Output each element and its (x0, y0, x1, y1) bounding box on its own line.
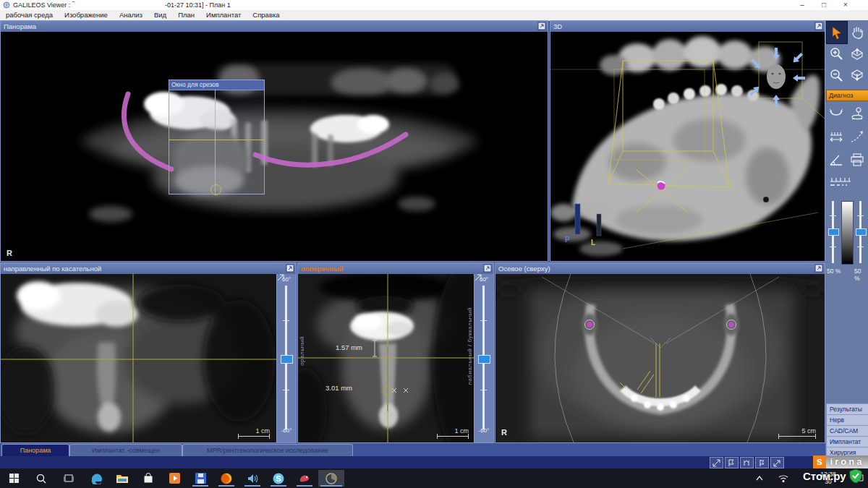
tangential-view[interactable]: 1 cm 60° -60° (1, 274, 296, 442)
menu-plan[interactable]: План (172, 10, 200, 20)
clip-box-down-tool[interactable] (847, 64, 867, 86)
status-bar (0, 456, 868, 468)
menu-implant[interactable]: Имплантат (200, 10, 247, 20)
restore-button[interactable]: □ (814, 0, 833, 10)
tray-chevron-icon[interactable] (752, 470, 767, 487)
red-app-icon[interactable] (294, 470, 315, 487)
pan-hand-tool[interactable] (847, 21, 867, 43)
media-app-icon[interactable] (163, 470, 185, 487)
contrast-slider-handle[interactable] (856, 228, 867, 236)
angle-reset-icon[interactable] (277, 274, 285, 281)
3d-view[interactable]: P L (550, 32, 825, 261)
status-tool-icon[interactable] (770, 457, 784, 468)
menu-help[interactable]: Справка (247, 10, 285, 20)
angle-slider-handle[interactable] (478, 355, 490, 364)
slice-window-title[interactable]: Окно для срезов (169, 80, 264, 90)
skype-icon[interactable]: S (268, 470, 289, 487)
start-button[interactable] (3, 470, 25, 487)
window-title: GALILEOS Viewer : ‾ (13, 0, 75, 10)
tab-implant-aligned[interactable]: Имплантат -совмещен (69, 444, 182, 456)
clip-box-up-tool[interactable] (847, 43, 867, 64)
angle-min-label: -60° (277, 427, 296, 434)
windows-taskbar: S ENG 12:38 30 (0, 468, 868, 488)
status-tool-icon[interactable] (740, 457, 754, 468)
status-tool-icon[interactable] (755, 457, 769, 468)
galileos-app-icon[interactable] (318, 470, 344, 487)
axial-view[interactable]: R 5 cm (495, 274, 825, 442)
status-tool-icon[interactable] (725, 457, 739, 468)
cross-view[interactable]: 1.57 mm 3.01 mm оральный лабиальный / бу… (298, 274, 493, 442)
scale-bar: 1 cm (226, 427, 270, 437)
panel-tangential: направленный по касательной (0, 262, 297, 443)
panorama-title: Панорама (4, 22, 36, 30)
site-watermark: Стом.ру (803, 470, 846, 482)
3d-title: 3D (553, 22, 562, 30)
cross-header: поперечный (298, 263, 493, 275)
app-globe-icon (3, 1, 10, 9)
zoom-in-tool[interactable] (826, 43, 846, 64)
orientation-label-posterior: P (565, 236, 570, 244)
distance-measure-tool[interactable] (826, 126, 846, 147)
angle-slider-strip[interactable]: 60° -60° (276, 274, 296, 442)
panorama-view[interactable]: Окно для срезов R (1, 32, 548, 261)
edge-icon[interactable] (85, 470, 107, 487)
network-icon[interactable] (775, 470, 791, 487)
buccal-side-label: лабиальный / буккальный (467, 307, 473, 385)
tool-sidebar: Диагноз (825, 20, 868, 455)
angle-reset-icon[interactable] (475, 274, 482, 281)
svg-text:S: S (276, 474, 281, 483)
axial-header: Осевое (сверху) (495, 263, 825, 275)
menu-workspace[interactable]: рабочая среда (0, 10, 59, 20)
menu-image[interactable]: Изображение (59, 10, 114, 20)
close-button[interactable]: × (836, 0, 855, 10)
tab-panorama[interactable]: Панорама (1, 444, 69, 456)
maximize-icon[interactable] (286, 264, 294, 273)
store-icon[interactable] (137, 470, 159, 487)
galileos-viewer-window: GALILEOS Viewer : ‾ -01-27 10:31] - План… (0, 0, 868, 488)
minimize-button[interactable]: – (793, 0, 812, 10)
cadcam-button[interactable]: CAD/CAM (826, 425, 868, 437)
watermark-shield-icon (849, 469, 862, 483)
angle-slider-strip[interactable]: 60° -60° (474, 274, 493, 442)
orientation-label-right: R (501, 428, 507, 437)
diagnosis-button[interactable]: Диагноз (826, 90, 868, 101)
volume-app-icon[interactable] (242, 470, 263, 487)
crosshair-target (210, 184, 221, 195)
measurement-value: 1.57 mm (336, 343, 362, 351)
3d-header: 3D (550, 21, 825, 33)
maximize-icon[interactable] (814, 264, 823, 273)
search-icon[interactable] (30, 470, 52, 487)
slice-window[interactable]: Окно для срезов (169, 80, 265, 194)
menu-view[interactable]: Вид (148, 10, 172, 20)
panel-3d: 3D (550, 20, 825, 262)
angle-measure-tool[interactable] (826, 149, 846, 171)
scale-ruler-tool[interactable] (826, 171, 855, 192)
menu-analysis[interactable]: Анализ (114, 10, 148, 20)
maximize-icon[interactable] (483, 264, 492, 273)
firefox-icon[interactable] (216, 470, 237, 487)
dental-arch-tool[interactable] (826, 103, 846, 124)
panel-axial: Осевое (сверху) (495, 262, 825, 443)
select-arrow-tool[interactable] (826, 21, 848, 44)
save-app-icon[interactable] (190, 470, 211, 487)
path-measure-tool[interactable] (847, 126, 867, 147)
implant-button[interactable]: Имплантат (826, 436, 868, 448)
grayscale-gradient-bar (841, 201, 854, 265)
maximize-icon[interactable] (537, 22, 546, 30)
panel-panorama: Панорама (0, 20, 548, 262)
tab-mpr[interactable]: MPR/рентгенологическое исследование (182, 444, 353, 456)
results-button[interactable]: Результаты (826, 403, 868, 415)
maximize-icon[interactable] (814, 22, 823, 30)
task-view-icon[interactable] (58, 470, 80, 487)
articulator-tool[interactable] (847, 103, 867, 124)
zoom-out-tool[interactable] (826, 64, 846, 86)
file-explorer-icon[interactable] (111, 470, 133, 487)
print-tool[interactable] (847, 149, 867, 171)
nerve-button[interactable]: Нерв (826, 414, 868, 426)
cross-title: поперечный (301, 265, 344, 273)
angle-slider-handle[interactable] (281, 355, 293, 364)
brightness-value: 50 % (827, 267, 841, 275)
status-tool-icon[interactable] (710, 457, 723, 468)
panel-cross-section: поперечный (297, 262, 494, 443)
brightness-slider-handle[interactable] (828, 228, 839, 236)
